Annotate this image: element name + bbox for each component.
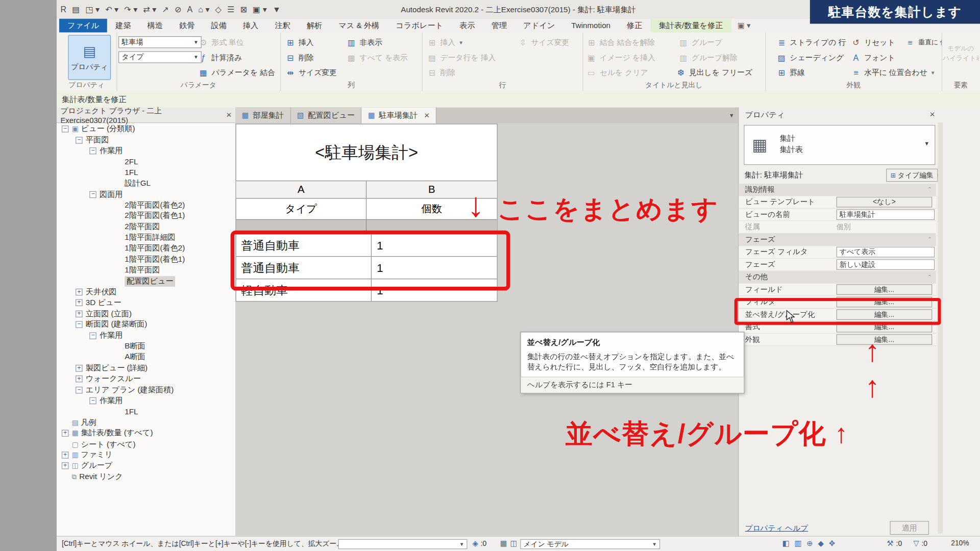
tree-item[interactable]: 1階平面図(着色1) [57,254,235,265]
type-selector[interactable]: ▦ 集計 集計表 ▼ [744,125,935,165]
ribbon-tab[interactable]: コラボレート [387,19,451,33]
tree-item[interactable]: + ウォークスルー [57,373,235,384]
property-value[interactable]: <なし> [837,197,933,208]
tree-item[interactable]: 1階平面詳細図 [57,232,235,243]
tree-item[interactable]: 配置図ビュー [57,276,235,287]
tree-expand-icon[interactable]: + [62,430,69,437]
tree-item[interactable]: ▤ 凡例 [57,417,235,428]
freeze-header-button[interactable]: ❆見出しを フリーズ [676,67,752,78]
tree-item[interactable]: − 作業用 [57,330,235,341]
visual-style-icon[interactable]: ◳ ▾ [85,5,100,14]
tree-expand-icon[interactable]: + [76,299,83,306]
properties-help-link[interactable]: プロパティ ヘルプ [745,523,808,534]
tree-item[interactable]: − 平面図 [57,135,235,145]
ribbon-tab[interactable]: Twinmotion [563,19,619,33]
ribbon-tab[interactable]: 注釈 [266,19,298,33]
tree-item[interactable]: A断面 [57,352,235,363]
property-value[interactable]: 個別 [837,222,931,232]
tree-expand-icon[interactable]: + [76,289,83,295]
close-hidden-windows-icon[interactable]: ⊠ [240,5,247,14]
font-button[interactable]: Aフォント [851,52,895,63]
shading-button[interactable]: ▨シェーディング [776,52,844,63]
close-icon[interactable]: ✕ [226,111,232,119]
view-tab-list-icon[interactable]: ▼ [729,112,734,118]
property-value[interactable]: すべて表示 [837,247,935,258]
thin-lines-icon[interactable]: ☰ [227,5,234,14]
customize-qat-icon[interactable]: ▼ [273,5,281,14]
tree-expand-icon[interactable]: − [76,321,83,328]
view-tab[interactable]: ▦ 駐車場集計 ✕ [362,108,437,124]
design-option-dropdown[interactable]: ▼ [338,539,468,549]
tree-expand-icon[interactable]: − [89,147,96,154]
property-value[interactable]: 新しい建設 [837,259,935,270]
tree-expand-icon[interactable]: − [89,397,96,404]
ribbon-tab[interactable]: 建築 [107,19,139,33]
chevron-down-icon[interactable]: ▼ [924,141,929,147]
tree-item[interactable]: 2階平面図(着色2) [57,200,235,211]
property-value[interactable]: 編集... [837,284,933,295]
zoom-level[interactable]: 210% [951,539,969,547]
tree-item[interactable]: + ◫ グループ [57,461,235,471]
tree-item[interactable]: 2階平面図(着色1) [57,211,235,221]
worksets-icon[interactable]: ▦ [500,539,507,548]
properties-button[interactable]: ▤ プロパティ [68,35,111,80]
tree-item[interactable]: 1階平面図(着色2) [57,243,235,254]
selection-toggle-icons[interactable]: ◧ ▥ ⊕ ◆ ✥ [782,539,836,548]
edit-type-button[interactable]: ⊞ タイプ編集 [886,169,938,182]
exclude-options-indicator[interactable]: ◈:0 [472,539,486,548]
apply-button[interactable]: 適用 [890,521,929,535]
tree-item[interactable]: − ▣ ビュー (分類順) [57,123,235,134]
tree-item[interactable]: ⧉ Revit リンク [57,471,235,482]
tree-item[interactable]: − 作業用 [57,395,235,406]
tree-item[interactable]: + 天井伏図 [57,287,235,297]
hide-column-button[interactable]: ▥非表示 [347,37,382,48]
tree-item[interactable]: − 作業用 [57,145,235,156]
tree-expand-icon[interactable]: + [62,452,69,458]
reset-button[interactable]: ↺リセット [851,37,895,48]
align-horizontal-button[interactable]: ≡水平に 位置合わせ▼ [851,67,935,78]
tree-expand-icon[interactable]: − [62,126,69,132]
tree-item[interactable]: B断面 [57,341,235,352]
tree-item[interactable]: + 立面図 (立面) [57,308,235,319]
resize-column-button[interactable]: ⇹サイズ変更 [285,67,337,78]
column-letter-a[interactable]: A [236,181,366,198]
close-icon[interactable]: ✕ [929,111,935,119]
redo-icon[interactable]: ↷ ▾ [124,5,137,14]
ribbon-tab[interactable]: 設備 [203,19,234,33]
tree-expand-icon[interactable]: − [89,332,96,339]
tree-expand-icon[interactable]: − [89,191,96,197]
open-icon[interactable]: ▤ [72,5,80,14]
ribbon-tab[interactable]: マス & 外構 [330,19,387,33]
ribbon-tab[interactable]: 修正 [619,19,650,33]
active-model-dropdown[interactable]: メイン モデル▼ [520,539,660,549]
property-value[interactable]: 編集... [837,334,933,345]
tree-item[interactable]: + 3D ビュー [57,297,235,308]
tree-item[interactable]: 2FL [57,156,235,167]
measure-icon[interactable]: ⇄ ▾ [143,5,156,14]
tree-expand-icon[interactable]: − [76,386,83,393]
borders-button[interactable]: ⊞罫線 [776,67,805,78]
ribbon-tab[interactable]: 表示 [451,19,483,33]
render-icon[interactable]: ◇ [215,5,222,14]
align-vertical-button[interactable]: ≡垂直に 位置合わせ▼ [905,37,942,48]
tree-item[interactable]: − 断面図 (建築断面) [57,319,235,330]
schedule-title[interactable]: <駐車場集計> [236,124,497,181]
revit-logo[interactable]: R [60,5,66,14]
calculated-button[interactable]: ƒ計算済み [199,52,242,63]
tree-item[interactable]: 1階平面図 [57,265,235,276]
parameter-type-dropdown[interactable]: タイプ▼ [118,51,202,63]
undo-icon[interactable]: ↶ ▾ [105,5,118,14]
tab-modify-schedule[interactable]: 集計表/数量を修正 [650,19,731,33]
column-header-type[interactable]: タイプ [236,198,366,219]
tag-icon[interactable]: ⊘ [175,5,181,14]
ribbon-tab[interactable]: 挿入 [235,19,266,33]
editing-requests-icon[interactable]: ◫ [510,539,517,548]
tab-file[interactable]: ファイル [59,19,107,33]
delete-column-button[interactable]: ⊟削除 [285,52,314,63]
text-icon[interactable]: A [187,5,192,14]
tree-expand-icon[interactable]: + [76,365,83,371]
exclusion-count[interactable]: ⚒:0 [887,539,902,548]
tree-item[interactable]: ▢ シート (すべて) [57,439,235,449]
stripe-rows-button[interactable]: ≣ストライプの 行 [776,37,846,48]
property-value[interactable]: 駐車場集計 [837,209,935,220]
